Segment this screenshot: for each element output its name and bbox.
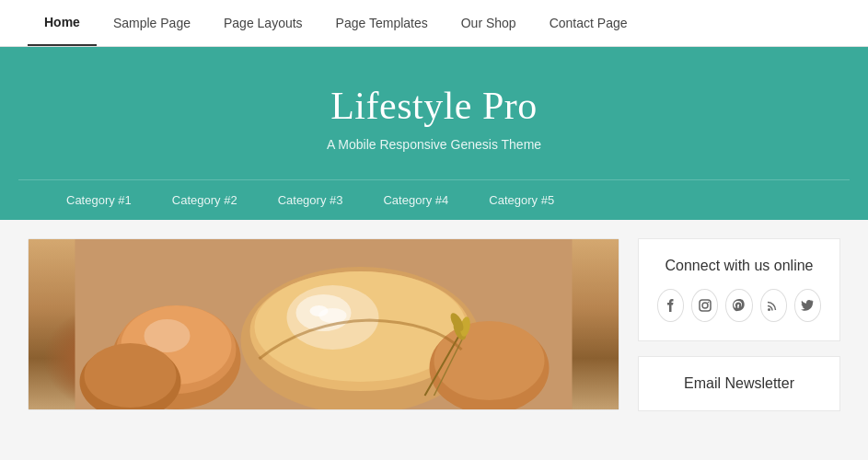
facebook-icon[interactable] <box>657 289 684 322</box>
nav-home[interactable]: Home <box>28 0 97 46</box>
connect-title: Connect with us online <box>657 258 821 274</box>
facebook-svg <box>665 299 677 312</box>
category-1[interactable]: Category #1 <box>46 180 152 220</box>
main-content: Connect with us online <box>0 220 868 444</box>
category-navigation: Category #1 Category #2 Category #3 Cate… <box>18 179 850 220</box>
site-subtitle: A Mobile Responsive Genesis Theme <box>18 137 850 152</box>
nav-sample-page[interactable]: Sample Page <box>97 1 207 45</box>
twitter-svg <box>801 299 814 312</box>
svg-point-25 <box>768 308 770 311</box>
email-newsletter-widget: Email Newsletter <box>638 356 840 411</box>
svg-point-23 <box>702 303 708 308</box>
category-4[interactable]: Category #4 <box>363 180 469 220</box>
svg-rect-22 <box>700 300 711 311</box>
nav-contact-page[interactable]: Contact Page <box>533 1 644 45</box>
nav-page-templates[interactable]: Page Templates <box>319 1 445 45</box>
bread-scene <box>29 239 619 409</box>
article-area <box>28 238 619 426</box>
svg-point-24 <box>707 302 709 304</box>
svg-point-12 <box>85 343 177 408</box>
pinterest-svg <box>733 299 746 312</box>
category-3[interactable]: Category #3 <box>258 180 364 220</box>
instagram-icon[interactable] <box>691 289 718 322</box>
article-image <box>29 239 619 409</box>
nav-our-shop[interactable]: Our Shop <box>445 1 533 45</box>
social-icons-container <box>657 289 821 322</box>
email-newsletter-title: Email Newsletter <box>657 375 821 392</box>
bread-svg <box>29 239 619 409</box>
pinterest-icon[interactable] <box>725 289 752 322</box>
rss-svg <box>767 299 780 312</box>
connect-widget: Connect with us online <box>638 238 840 341</box>
site-title: Lifestyle Pro <box>18 84 850 128</box>
svg-point-14 <box>434 321 545 400</box>
svg-point-21 <box>310 305 329 316</box>
category-2[interactable]: Category #2 <box>152 180 258 220</box>
nav-page-layouts[interactable]: Page Layouts <box>207 1 319 45</box>
sidebar: Connect with us online <box>638 238 840 426</box>
instagram-svg <box>699 299 712 312</box>
twitter-icon[interactable] <box>794 289 821 322</box>
article-card <box>28 238 619 410</box>
category-5[interactable]: Category #5 <box>469 180 574 220</box>
top-navigation: Home Sample Page Page Layouts Page Templ… <box>0 0 868 47</box>
rss-icon[interactable] <box>760 289 787 322</box>
hero-banner: Lifestyle Pro A Mobile Responsive Genesi… <box>0 47 868 220</box>
